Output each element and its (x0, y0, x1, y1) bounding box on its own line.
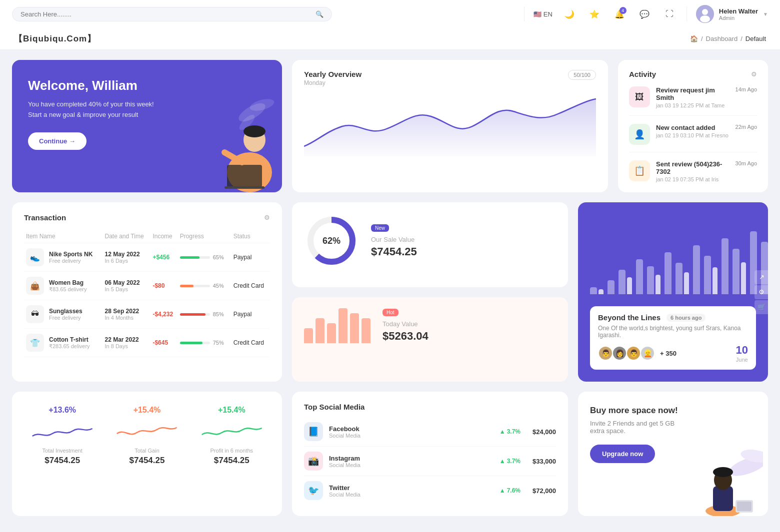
activity-thumb-2: 👤 (629, 124, 650, 145)
mini-bar (338, 308, 348, 343)
side-icon-2[interactable]: ⚙ (754, 285, 768, 299)
sale-stack: 62% New Our Sale Value $7454.25 Hot (292, 202, 568, 382)
instagram-pct: ▲ 3.7% (500, 458, 520, 465)
side-icon-1[interactable]: ↗ (754, 270, 768, 284)
item-sub: Free delivery (49, 315, 82, 321)
sale-value-amount: $7454.25 (371, 245, 417, 258)
bar-chart-mini (304, 308, 370, 343)
breadcrumb-dashboard[interactable]: Dashboard (706, 35, 738, 42)
svg-point-10 (244, 125, 266, 137)
continue-button[interactable]: Continue → (28, 132, 86, 150)
progress-bar (180, 256, 210, 259)
date-cell: 12 May 2022 In 6 Days (103, 243, 151, 272)
status-cell: Paypal (232, 243, 270, 272)
activity-text-3: Sent review (504)236-7302 jan 02 19 07:3… (656, 160, 730, 182)
user-profile[interactable]: Helen Walter Admin ▼ (696, 5, 768, 23)
instagram-icon: 📸 (304, 452, 323, 471)
bar-group (693, 245, 700, 294)
progress-cell: 45% (178, 272, 232, 300)
lang-label: EN (544, 10, 552, 18)
facebook-amount: $24,000 (532, 428, 556, 436)
item-icon: 👕 (26, 334, 44, 352)
svg-point-19 (713, 467, 733, 477)
facebook-sub: Social Media (329, 433, 360, 439)
star-icon[interactable]: ⭐ (586, 6, 602, 22)
svg-point-2 (700, 15, 710, 22)
welcome-description: You have completed 40% of your this week… (28, 99, 168, 120)
bar-light (693, 245, 700, 294)
home-icon[interactable]: 🏠 (690, 35, 698, 42)
side-icon-3[interactable]: 🛒 (754, 300, 768, 314)
yearly-overview-header: Yearly Overview Monday 50/100 (304, 70, 596, 86)
stat-profit-pct: +15.4% (218, 406, 246, 415)
yearly-overview-title: Yearly Overview (304, 70, 362, 78)
activity-subtitle-2: jan 02 19 03:10 PM at Fresno (656, 132, 728, 138)
activity-item-2: 👤 New contact added jan 02 19 03:10 PM a… (629, 124, 757, 152)
income-cell: -$4,232 (150, 300, 178, 329)
notification-bell[interactable]: 🔔 4 (612, 6, 628, 22)
beyond-plus-count: + 350 (660, 350, 676, 357)
sale-card-inner: 62% New Our Sale Value $7454.25 (304, 213, 556, 268)
activity-time-1: 14m Ago (736, 86, 757, 92)
facebook-pct: ▲ 3.7% (500, 428, 520, 435)
transaction-table: Item Name Date and Time Income Progress … (24, 230, 270, 357)
activity-gear-icon[interactable]: ⚙ (751, 70, 757, 78)
activity-thumb-3: 📋 (629, 160, 650, 181)
stat-investment-pct: +13.6% (48, 406, 76, 415)
col-status: Status (232, 230, 270, 243)
today-tag: Hot (382, 309, 398, 316)
search-bar[interactable]: 🔍 (12, 7, 332, 21)
transaction-gear[interactable]: ⚙ (264, 214, 270, 221)
divider2 (686, 6, 687, 21)
upgrade-button[interactable]: Upgrade now (590, 445, 655, 463)
stat-gain-value: $7454.25 (130, 456, 165, 466)
item-sub: Free delivery (49, 258, 92, 264)
beyond-avatars-row: 👨 👩 👨 👱 + 350 10 June (598, 344, 748, 363)
user-name: Helen Walter (719, 7, 758, 15)
twitter-sub: Social Media (329, 492, 360, 498)
instagram-name: Instagram (329, 455, 360, 462)
chevron-down-icon: ▼ (763, 11, 768, 17)
bar-light (608, 280, 614, 294)
activity-time-2: 22m Ago (736, 124, 757, 130)
stat-investment-label: Total Investment (42, 448, 82, 454)
item-cell: 👕 Cotton T-shirt ₹283.65 delivery (24, 329, 103, 357)
social-twitter-text: Twitter Social Media (329, 484, 360, 498)
progress-cell: 65% (178, 243, 232, 272)
breadcrumb-sep2: / (740, 35, 742, 42)
yearly-overview-subtitle: Monday (304, 79, 362, 86)
today-value-amount: $5263.04 (382, 330, 428, 343)
col-date: Date and Time (103, 230, 151, 243)
space-illustration (683, 436, 763, 516)
stat-profit-label: Profit in 6 months (210, 448, 254, 454)
bar-light (732, 249, 740, 294)
lang-selector[interactable]: 🇺🇸 EN (534, 10, 552, 18)
search-icon: 🔍 (316, 10, 324, 18)
beyond-bars-chart (590, 214, 756, 294)
transaction-header: Transaction ⚙ (24, 213, 270, 222)
income-cell: +$456 (150, 243, 178, 272)
svg-rect-8 (224, 186, 264, 189)
today-info: Hot Today Value $5263.04 (382, 308, 428, 343)
bar-group (704, 256, 718, 294)
bar-group (732, 249, 746, 294)
beyond-description: One Of the world,s brightest, young surf… (598, 325, 748, 339)
mini-bar (350, 313, 359, 343)
col-item: Item Name (24, 230, 103, 243)
progress-bar (180, 285, 210, 287)
topnav: 🔍 🇺🇸 EN 🌙 ⭐ 🔔 4 💬 ⛶ Helen Walter Admin ▼ (0, 0, 780, 28)
bar-group (647, 266, 660, 294)
expand-icon[interactable]: ⛶ (662, 6, 678, 22)
social-row-instagram: 📸 Instagram Social Media ▲ 3.7% $33,000 (304, 447, 556, 476)
facebook-icon: 📘 (304, 422, 323, 441)
theme-toggle[interactable]: 🌙 (562, 6, 578, 22)
date-cell: 22 Mar 2022 In 8 Days (103, 329, 151, 357)
mini-bar (316, 318, 324, 343)
sale-label: Our Sale Value (371, 236, 417, 243)
chat-icon[interactable]: 💬 (636, 6, 652, 22)
twitter-pct: ▲ 7.6% (500, 487, 520, 494)
side-icons: ↗ ⚙ 🛒 (754, 270, 768, 314)
activity-text-1: Review request jim Smith jan 03 19 12:25… (656, 86, 730, 108)
search-input[interactable] (20, 10, 312, 18)
welcome-title: Welcome, William (28, 78, 266, 93)
